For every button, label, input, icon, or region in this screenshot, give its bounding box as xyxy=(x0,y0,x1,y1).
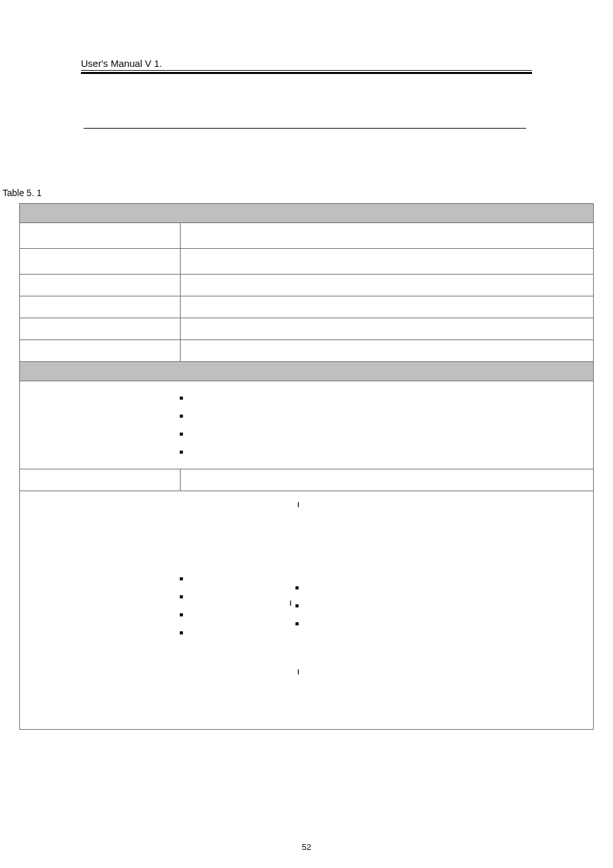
square-bullet-icon: ■ xyxy=(179,628,183,646)
bullet-column-right: ■ ■ ■ xyxy=(295,583,299,637)
table-row-bullets-2: ❙ ■ ■ ■ ■ ❙ ■ ■ ■ ❙ xyxy=(20,491,593,729)
table-row-bullets-1: ■ ■ ■ ■ xyxy=(20,381,593,469)
table-cell-left xyxy=(20,340,181,361)
square-bullet-icon: ■ xyxy=(179,443,593,461)
table-header-row-2 xyxy=(20,362,593,381)
table-row xyxy=(20,223,593,249)
table-row xyxy=(20,249,593,275)
table-caption: Table 5. 1 xyxy=(3,188,594,198)
square-bullet-icon: ■ xyxy=(295,619,299,637)
table-cell-right xyxy=(181,469,593,491)
table-header-row-1 xyxy=(20,204,593,223)
table-cell-left xyxy=(20,318,181,339)
square-bullet-icon: ■ xyxy=(179,610,183,628)
tick-icon: ❙ xyxy=(289,600,293,606)
table-cell-left xyxy=(20,223,181,248)
square-bullet-icon: ■ xyxy=(179,407,593,425)
square-bullet-icon: ■ xyxy=(295,601,299,619)
page-number: 52 xyxy=(0,842,613,852)
header-rule-thick xyxy=(81,72,532,74)
page-header: User's Manual V 1. xyxy=(81,58,532,74)
header-rule-thin xyxy=(81,70,532,71)
table-cell-left xyxy=(20,296,181,318)
square-bullet-icon: ■ xyxy=(179,592,183,610)
table-row xyxy=(20,318,593,340)
table-cell-left xyxy=(20,275,181,296)
table-row xyxy=(20,469,593,491)
bullet-list: ■ ■ ■ ■ xyxy=(20,381,593,469)
section-divider xyxy=(84,128,526,129)
table-cell-right xyxy=(181,340,593,361)
square-bullet-icon: ■ xyxy=(179,574,183,592)
table-row xyxy=(20,340,593,362)
header-title: User's Manual V 1. xyxy=(81,58,532,70)
tick-icon: ❙ xyxy=(296,502,301,507)
table-cell-right xyxy=(181,249,593,274)
table-cell-right xyxy=(181,318,593,339)
table-cell-right xyxy=(181,296,593,318)
bullet-column-left: ■ ■ ■ ■ xyxy=(179,574,183,646)
square-bullet-icon: ■ xyxy=(179,389,593,407)
table-cell-right xyxy=(181,275,593,296)
table-cell-left xyxy=(20,469,181,491)
spec-table: ■ ■ ■ ■ ❙ ■ ■ ■ ■ ❙ ■ ■ ■ ❙ xyxy=(19,203,594,730)
table-cell-left xyxy=(20,249,181,274)
table-row xyxy=(20,296,593,318)
square-bullet-icon: ■ xyxy=(295,583,299,601)
tick-icon: ❙ xyxy=(296,669,301,674)
table-cell-right xyxy=(181,223,593,248)
table-row xyxy=(20,275,593,296)
square-bullet-icon: ■ xyxy=(179,425,593,443)
